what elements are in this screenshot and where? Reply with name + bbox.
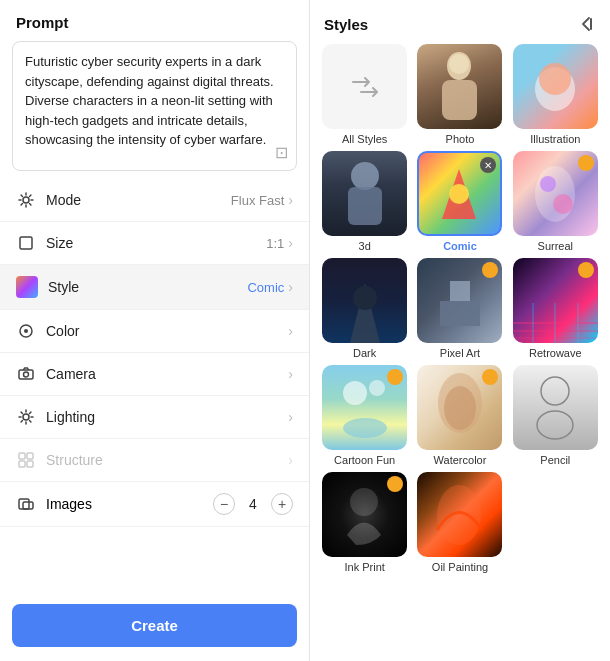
style-name-illustration: Illustration — [530, 133, 580, 145]
size-chevron: › — [288, 235, 293, 251]
structure-label: Structure — [46, 452, 284, 468]
prompt-title: Prompt — [0, 0, 309, 41]
svg-point-42 — [437, 485, 481, 545]
close-styles-button[interactable] — [576, 14, 596, 34]
style-item-pixel-art[interactable]: Pixel Art — [415, 258, 504, 359]
svg-point-39 — [541, 377, 569, 405]
setting-color[interactable]: Color › — [0, 310, 309, 353]
style-name-photo: Photo — [446, 133, 475, 145]
svg-rect-15 — [442, 80, 477, 120]
style-thumb-small — [16, 276, 38, 298]
lighting-chevron: › — [288, 409, 293, 425]
svg-point-16 — [449, 54, 469, 74]
setting-lighting[interactable]: Lighting › — [0, 396, 309, 439]
structure-icon — [16, 450, 36, 470]
setting-structure[interactable]: Structure › — [0, 439, 309, 482]
svg-rect-27 — [440, 301, 480, 326]
style-item-all-styles[interactable]: All Styles — [320, 44, 409, 145]
color-label: Color — [46, 323, 284, 339]
setting-size[interactable]: Size 1:1 › — [0, 222, 309, 265]
svg-point-3 — [24, 329, 28, 333]
right-panel: Styles All Styles — [310, 0, 610, 661]
svg-rect-20 — [348, 187, 382, 225]
structure-chevron: › — [288, 452, 293, 468]
style-name-comic: Comic — [443, 240, 477, 252]
camera-icon — [16, 364, 36, 384]
styles-grid: All Styles Photo — [310, 44, 610, 589]
style-thumb-oilpainting — [417, 472, 502, 557]
images-increment-button[interactable]: + — [271, 493, 293, 515]
style-thumb-pencil — [513, 365, 598, 450]
style-item-watercolor[interactable]: Watercolor — [415, 365, 504, 466]
camera-chevron: › — [288, 366, 293, 382]
style-name-3d: 3d — [359, 240, 371, 252]
style-thumb-illustration — [513, 44, 598, 129]
style-name-oil-painting: Oil Painting — [432, 561, 488, 573]
images-decrement-button[interactable]: − — [213, 493, 235, 515]
style-item-pencil[interactable]: Pencil — [511, 365, 600, 466]
svg-point-18 — [539, 63, 571, 95]
images-controls: − 4 + — [213, 493, 293, 515]
svg-point-19 — [351, 162, 379, 190]
style-thumb-all-styles — [322, 44, 407, 129]
svg-point-21 — [449, 184, 469, 204]
svg-rect-1 — [20, 237, 32, 249]
create-button[interactable]: Create — [12, 604, 297, 647]
style-thumb-watercolor — [417, 365, 502, 450]
svg-point-6 — [23, 414, 29, 420]
style-item-retrowave[interactable]: Retrowave — [511, 258, 600, 359]
styles-header: Styles — [310, 0, 610, 44]
expand-icon[interactable]: ⊡ — [275, 143, 288, 162]
svg-rect-9 — [19, 461, 25, 467]
style-item-comic[interactable]: ✕ Comic — [415, 151, 504, 252]
svg-point-41 — [350, 488, 378, 516]
setting-style[interactable]: Style Comic › — [0, 265, 309, 310]
style-thumb-dark — [322, 258, 407, 343]
svg-rect-13 — [590, 18, 592, 30]
mode-label: Mode — [46, 192, 231, 208]
setting-mode[interactable]: Mode Flux Fast › — [0, 179, 309, 222]
style-item-photo[interactable]: Photo — [415, 44, 504, 145]
size-icon — [16, 233, 36, 253]
images-icon — [16, 494, 36, 514]
style-chevron: › — [288, 279, 293, 295]
svg-point-38 — [444, 386, 476, 430]
style-name-ink-print: Ink Print — [344, 561, 384, 573]
style-item-3d[interactable]: 3d — [320, 151, 409, 252]
svg-point-35 — [369, 380, 385, 396]
style-name-retrowave: Retrowave — [529, 347, 582, 359]
style-item-surreal[interactable]: Surreal — [511, 151, 600, 252]
svg-point-24 — [553, 194, 573, 214]
svg-point-36 — [343, 418, 387, 438]
size-value: 1:1 — [266, 236, 284, 251]
style-value: Comic — [247, 280, 284, 295]
style-name-all-styles: All Styles — [342, 133, 387, 145]
mode-icon — [16, 190, 36, 210]
setting-camera[interactable]: Camera › — [0, 353, 309, 396]
lighting-icon — [16, 407, 36, 427]
style-item-cartoon-fun[interactable]: Cartoon Fun — [320, 365, 409, 466]
style-thumb-comic: ✕ — [417, 151, 502, 236]
style-name-surreal: Surreal — [538, 240, 573, 252]
svg-rect-7 — [19, 453, 25, 459]
style-thumb-cartoon — [322, 365, 407, 450]
style-item-ink-print[interactable]: Ink Print — [320, 472, 409, 573]
style-item-oil-painting[interactable]: Oil Painting — [415, 472, 504, 573]
style-name-dark: Dark — [353, 347, 376, 359]
prompt-area[interactable]: Futuristic cyber security experts in a d… — [12, 41, 297, 171]
svg-rect-12 — [23, 502, 33, 509]
style-thumb-inkprint — [322, 472, 407, 557]
color-chevron: › — [288, 323, 293, 339]
style-name-watercolor: Watercolor — [434, 454, 487, 466]
style-item-illustration[interactable]: Illustration — [511, 44, 600, 145]
style-thumb-surreal — [513, 151, 598, 236]
svg-point-40 — [537, 411, 573, 439]
style-item-dark[interactable]: Dark — [320, 258, 409, 359]
prompt-text: Futuristic cyber security experts in a d… — [25, 52, 284, 150]
mode-chevron: › — [288, 192, 293, 208]
style-thumb-3d — [322, 151, 407, 236]
style-name-pencil: Pencil — [540, 454, 570, 466]
color-icon — [16, 321, 36, 341]
svg-rect-10 — [27, 461, 33, 467]
lighting-label: Lighting — [46, 409, 284, 425]
